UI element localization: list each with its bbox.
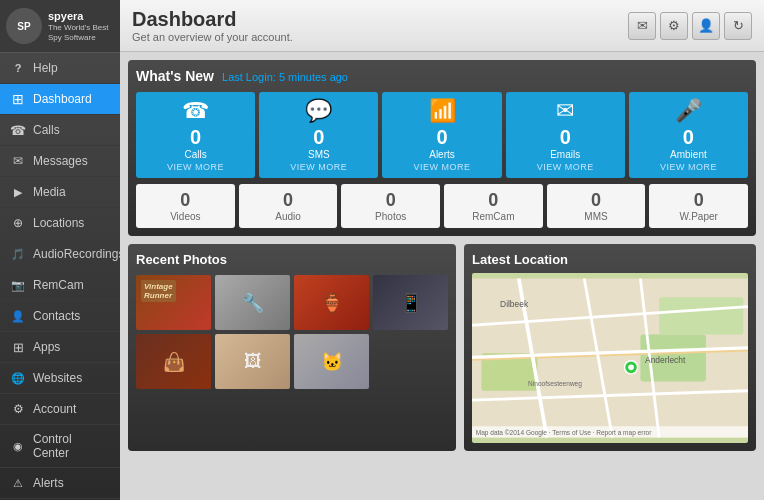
big-stat-alerts[interactable]: 📶 0 Alerts VIEW MORE xyxy=(382,92,501,178)
email-icon-button[interactable]: ✉ xyxy=(628,12,656,40)
view-more-link[interactable]: VIEW MORE xyxy=(140,162,251,172)
contacts-icon xyxy=(10,308,26,324)
user-icon-button[interactable]: 👤 xyxy=(692,12,720,40)
small-stat-label: RemCam xyxy=(448,211,539,222)
stat-count: 0 xyxy=(386,126,497,149)
logo-icon: SP xyxy=(6,8,42,44)
sidebar-item-media[interactable]: Media xyxy=(0,177,120,208)
sidebar-label-apps: Apps xyxy=(33,340,60,354)
sidebar-label-help: Help xyxy=(33,61,58,75)
sidebar-label-controlcenter: Control Center xyxy=(33,432,110,460)
sidebar-item-dashboard[interactable]: Dashboard xyxy=(0,84,120,115)
whats-new-title: What's New xyxy=(136,68,214,84)
big-stat-emails[interactable]: ✉ 0 Emails VIEW MORE xyxy=(506,92,625,178)
sidebar-item-apps[interactable]: Apps xyxy=(0,332,120,363)
small-stat-videos: 0 Videos xyxy=(136,184,235,228)
sidebar-item-account[interactable]: Account xyxy=(0,394,120,425)
view-more-link[interactable]: VIEW MORE xyxy=(263,162,374,172)
view-more-link[interactable]: VIEW MORE xyxy=(386,162,497,172)
dashboard-icon xyxy=(10,91,26,107)
small-stat-count: 0 xyxy=(653,190,744,211)
sidebar-label-websites: Websites xyxy=(33,371,82,385)
stat-label: Calls xyxy=(140,149,251,160)
sidebar-item-contacts[interactable]: Contacts xyxy=(0,301,120,332)
refresh-icon-button[interactable]: ↻ xyxy=(724,12,752,40)
small-stat-label: MMS xyxy=(551,211,642,222)
websites-icon xyxy=(10,370,26,386)
small-stats-row: 0 Videos 0 Audio 0 Photos 0 RemCam 0 MMS… xyxy=(136,184,748,228)
photo-thumb[interactable]: 👜 xyxy=(136,334,211,389)
sidebar-item-help[interactable]: Help xyxy=(0,53,120,84)
media-icon xyxy=(10,184,26,200)
recent-photos-section: Recent Photos VintageRunner 🔧 🏺 xyxy=(128,244,456,451)
help-icon xyxy=(10,60,26,76)
sidebar-label-locations: Locations xyxy=(33,216,84,230)
stat-label: SMS xyxy=(263,149,374,160)
logo-tagline: The World's Best Spy Software xyxy=(48,23,114,42)
small-stat-remcam: 0 RemCam xyxy=(444,184,543,228)
svg-text:Ninoofsesteenweg: Ninoofsesteenweg xyxy=(528,380,582,388)
sidebar-item-audiorecordings[interactable]: AudioRecordings xyxy=(0,239,120,270)
photo-thumb[interactable]: 🏺 xyxy=(294,275,369,330)
sidebar-items: Help Dashboard Calls Messages Media Loca… xyxy=(0,53,120,500)
map-container[interactable]: Anderlecht Dilbeek Ninoofsesteenweg Map … xyxy=(472,273,748,443)
stat-icon: ☎ xyxy=(140,98,251,124)
sidebar-item-remcam[interactable]: RemCam xyxy=(0,270,120,301)
big-stat-calls[interactable]: ☎ 0 Calls VIEW MORE xyxy=(136,92,255,178)
sidebar-item-websites[interactable]: Websites xyxy=(0,363,120,394)
remcam-icon xyxy=(10,277,26,293)
page-subtitle: Get an overview of your account. xyxy=(132,31,293,43)
sidebar-label-messages: Messages xyxy=(33,154,88,168)
stat-label: Alerts xyxy=(386,149,497,160)
whats-new-header: What's New Last Login: 5 minutes ago xyxy=(136,68,748,84)
photo-thumb[interactable]: VintageRunner xyxy=(136,275,211,330)
big-stats-row: ☎ 0 Calls VIEW MORE 💬 0 SMS VIEW MORE 📶 … xyxy=(136,92,748,178)
sidebar-item-alerts[interactable]: Alerts xyxy=(0,468,120,499)
page-header: Dashboard Get an overview of your accoun… xyxy=(120,0,764,52)
small-stat-count: 0 xyxy=(345,190,436,211)
sidebar-label-media: Media xyxy=(33,185,66,199)
bottom-row: Recent Photos VintageRunner 🔧 🏺 xyxy=(128,244,756,451)
sidebar-item-controlcenter[interactable]: Control Center xyxy=(0,425,120,468)
stat-icon: 📶 xyxy=(386,98,497,124)
main-area: Dashboard Get an overview of your accoun… xyxy=(120,0,764,500)
sidebar-item-calls[interactable]: Calls xyxy=(0,115,120,146)
big-stat-ambient[interactable]: 🎤 0 Ambient VIEW MORE xyxy=(629,92,748,178)
view-more-link[interactable]: VIEW MORE xyxy=(633,162,744,172)
latest-location-title: Latest Location xyxy=(472,252,748,267)
logo-initials: SP xyxy=(17,21,30,32)
svg-rect-2 xyxy=(659,297,743,334)
small-stat-label: W.Paper xyxy=(653,211,744,222)
sidebar-item-locations[interactable]: Locations xyxy=(0,208,120,239)
gear-icon-button[interactable]: ⚙ xyxy=(660,12,688,40)
logo-name: spyera xyxy=(48,10,83,22)
calls-icon xyxy=(10,122,26,138)
photo-thumb[interactable]: 🖼 xyxy=(215,334,290,389)
controlcenter-icon xyxy=(10,438,26,454)
stat-count: 0 xyxy=(510,126,621,149)
photo-thumb[interactable]: 🐱 xyxy=(294,334,369,389)
sidebar-item-messages[interactable]: Messages xyxy=(0,146,120,177)
stat-icon: 🎤 xyxy=(633,98,744,124)
photos-grid: VintageRunner 🔧 🏺 📱 xyxy=(136,275,448,389)
view-more-link[interactable]: VIEW MORE xyxy=(510,162,621,172)
small-stat-count: 0 xyxy=(243,190,334,211)
page-title: Dashboard xyxy=(132,8,293,31)
sidebar-label-alerts: Alerts xyxy=(33,476,64,490)
photo-thumb[interactable]: 🔧 xyxy=(215,275,290,330)
svg-point-15 xyxy=(628,365,634,371)
small-stat-w.paper: 0 W.Paper xyxy=(649,184,748,228)
alerts-icon xyxy=(10,475,26,491)
photos-row-1: VintageRunner 🔧 🏺 📱 xyxy=(136,275,448,330)
photo-thumb[interactable]: 📱 xyxy=(373,275,448,330)
svg-text:Dilbeek: Dilbeek xyxy=(500,299,529,309)
stat-icon: 💬 xyxy=(263,98,374,124)
locations-icon xyxy=(10,215,26,231)
sidebar-label-remcam: RemCam xyxy=(33,278,84,292)
account-icon xyxy=(10,401,26,417)
header-actions: ✉ ⚙ 👤 ↻ xyxy=(628,12,752,40)
big-stat-sms[interactable]: 💬 0 SMS VIEW MORE xyxy=(259,92,378,178)
small-stat-mms: 0 MMS xyxy=(547,184,646,228)
sidebar: SP spyera The World's Best Spy Software … xyxy=(0,0,120,500)
stat-count: 0 xyxy=(633,126,744,149)
